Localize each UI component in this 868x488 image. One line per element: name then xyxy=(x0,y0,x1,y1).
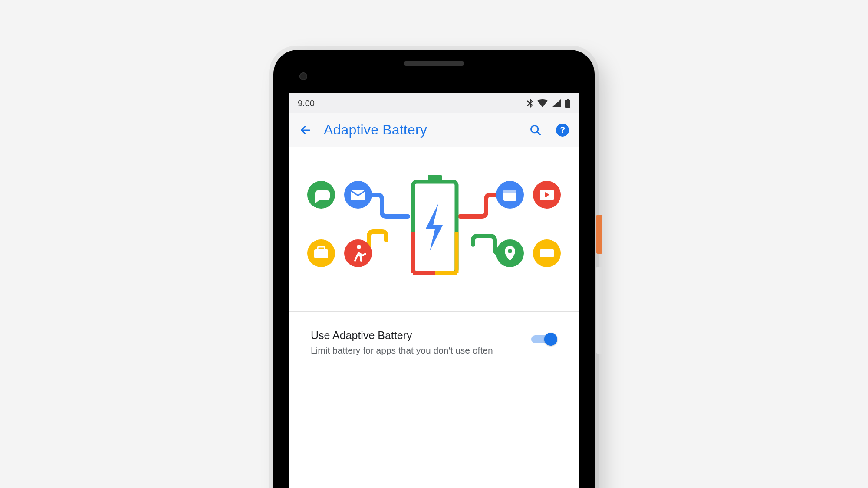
phone-stage: 9:00 xyxy=(273,50,595,488)
toggle-thumb xyxy=(544,333,557,346)
phone-power-button xyxy=(596,215,602,254)
phone-frame: 9:00 xyxy=(273,50,595,488)
adaptive-battery-setting[interactable]: Use Adaptive Battery Limit battery for a… xyxy=(289,312,579,374)
app-activity-icon xyxy=(344,239,372,267)
phone-screen: 9:00 xyxy=(289,93,579,488)
svg-rect-0 xyxy=(565,100,570,108)
wifi-icon xyxy=(537,99,548,107)
status-icons xyxy=(527,98,570,108)
phone-speaker xyxy=(404,61,464,66)
svg-point-18 xyxy=(357,245,361,249)
app-bar: Adaptive Battery ? xyxy=(289,113,579,147)
app-mail-icon xyxy=(344,181,372,209)
setting-text: Use Adaptive Battery Limit battery for a… xyxy=(311,329,518,357)
search-button[interactable] xyxy=(527,121,544,139)
app-messages-icon xyxy=(307,181,335,209)
app-briefcase-icon xyxy=(307,239,335,267)
hero-illustration xyxy=(289,147,579,312)
svg-rect-1 xyxy=(567,99,569,100)
status-time: 9:00 xyxy=(298,98,315,108)
phone-front-camera xyxy=(299,72,307,80)
app-calendar-icon xyxy=(496,181,524,209)
battery-icon xyxy=(565,99,570,108)
search-icon xyxy=(529,124,542,136)
help-icon: ? xyxy=(556,124,569,137)
setting-description: Limit battery for apps that you don't us… xyxy=(311,344,493,357)
adaptive-battery-toggle[interactable] xyxy=(531,332,557,347)
battery-apps-illustration xyxy=(299,164,569,295)
arrow-left-icon xyxy=(299,124,312,136)
bluetooth-icon xyxy=(527,98,533,108)
svg-point-25 xyxy=(508,249,512,253)
svg-rect-13 xyxy=(351,190,365,200)
svg-rect-6 xyxy=(428,175,442,183)
back-button[interactable] xyxy=(297,121,314,139)
phone-volume-button xyxy=(596,267,602,354)
app-video-icon xyxy=(533,181,561,209)
app-location-icon xyxy=(496,239,524,267)
help-button[interactable]: ? xyxy=(554,121,571,139)
svg-line-4 xyxy=(537,131,540,134)
svg-rect-27 xyxy=(540,249,554,257)
page-title: Adaptive Battery xyxy=(324,122,517,138)
svg-rect-21 xyxy=(503,190,516,193)
cell-signal-icon xyxy=(552,99,561,107)
status-bar: 9:00 xyxy=(289,93,579,113)
app-ticket-icon xyxy=(533,239,561,267)
setting-title: Use Adaptive Battery xyxy=(311,329,518,342)
